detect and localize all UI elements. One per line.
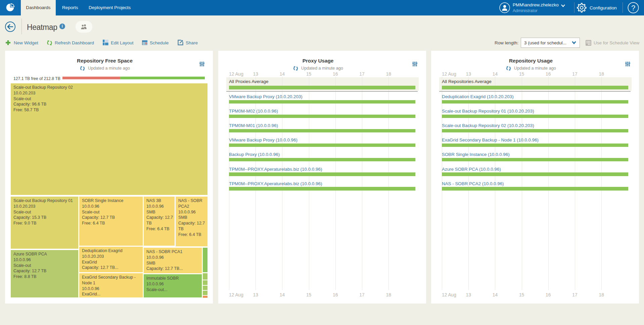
svg-text:?: ? (631, 4, 635, 12)
